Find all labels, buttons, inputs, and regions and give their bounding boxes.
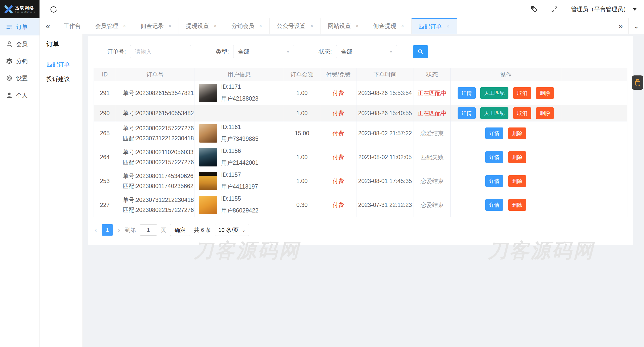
sidebar-item-settings[interactable]: 设置 (0, 70, 39, 87)
tab-workbench[interactable]: 工作台 (56, 18, 88, 34)
prev-page-icon[interactable]: ‹ (94, 227, 98, 234)
tag-icon[interactable] (531, 6, 538, 13)
cell-actions: 详情 人工匹配 取消 删除 (451, 105, 561, 121)
cell-amount: 1.00 (284, 169, 320, 193)
delete-button[interactable]: 删除 (536, 87, 554, 99)
filter-bar: 订单号: 类型: 全部 ▼ 状态: 全部 ▼ (88, 36, 633, 68)
detail-button[interactable]: 详情 (485, 175, 503, 187)
sidebar-item-distribution[interactable]: 分销 (0, 53, 39, 70)
order-no-input[interactable] (130, 45, 191, 58)
scroll-tabs-right-icon[interactable]: » (613, 18, 628, 34)
detail-button[interactable]: 详情 (458, 87, 476, 99)
tab-label: 网站设置 (328, 22, 351, 30)
sidebar-item-members[interactable]: 会员 (0, 35, 39, 53)
user-avatar (199, 124, 217, 143)
submenu-item-complaints[interactable]: 投诉建议 (40, 72, 83, 86)
col-actions: 操作 (451, 68, 561, 81)
cell-extra (561, 81, 627, 105)
sidebar-item-label: 设置 (16, 74, 28, 82)
detail-button[interactable]: 详情 (458, 107, 476, 119)
type-select-value: 全部 (238, 48, 249, 56)
per-page-value: 10 条/页 (218, 226, 239, 234)
cell-order-time: 2023-07-31 22:12:23 (356, 193, 414, 217)
search-button[interactable] (413, 45, 428, 58)
close-icon[interactable]: ✕ (401, 24, 404, 28)
cell-order-no: 单号:202308011745340626匹配:2023080117402356… (116, 169, 194, 193)
manual-match-button[interactable]: 人工匹配 (480, 107, 508, 119)
cell-actions: 详情 人工匹配 取消 删除 (451, 81, 561, 105)
sidebar-item-label: 会员 (16, 40, 28, 48)
floating-tool-button[interactable] (632, 75, 643, 90)
tab-label: 佣金提现 (373, 22, 396, 30)
cancel-button[interactable]: 取消 (513, 107, 531, 119)
tab-official-account-settings[interactable]: 公众号设置 ✕ (270, 18, 321, 34)
cell-id: 291 (94, 81, 116, 105)
detail-button[interactable]: 详情 (485, 151, 503, 163)
next-page-icon[interactable]: › (117, 227, 121, 234)
detail-button[interactable]: 详情 (485, 199, 503, 211)
close-icon[interactable]: ✕ (446, 24, 450, 29)
type-select[interactable]: 全部 ▼ (233, 45, 294, 58)
status-badge: 恋爱结束 (414, 121, 451, 145)
delete-button[interactable]: 删除 (508, 151, 526, 163)
cell-id: 265 (94, 121, 116, 145)
user-id: ID:1171 (221, 83, 258, 90)
type-label: 类型: (216, 48, 229, 56)
cell-paid-free: 付费 (320, 145, 356, 169)
sidebar-item-profile[interactable]: 个人 (0, 87, 39, 104)
delete-button[interactable]: 删除 (508, 175, 526, 187)
close-icon[interactable]: ✕ (214, 24, 217, 28)
close-icon[interactable]: ✕ (355, 24, 359, 28)
refresh-icon[interactable] (50, 6, 57, 13)
fullscreen-icon[interactable] (551, 6, 558, 13)
close-icon[interactable]: ✕ (168, 24, 171, 28)
cancel-button[interactable]: 取消 (513, 87, 531, 99)
collapse-tabs-icon[interactable]: « (40, 18, 56, 34)
close-icon[interactable]: ✕ (259, 24, 262, 28)
per-page-select[interactable]: 10 条/页 ⌄ (215, 224, 249, 236)
user-avatar (199, 196, 217, 214)
sidebar-item-label: 订单 (16, 23, 28, 31)
orders-table: ID 订单号 用户信息 订单金额 付费/免费 下单时间 状态 操作 291 (94, 68, 627, 217)
submenu-item-matching-orders[interactable]: 匹配订单 (40, 57, 83, 72)
tab-distribution-members[interactable]: 分销会员 ✕ (224, 18, 269, 34)
user-avatar (199, 148, 217, 166)
col-status: 状态 (414, 68, 451, 81)
goto-page-input[interactable] (140, 224, 157, 236)
delete-button[interactable]: 删除 (508, 199, 526, 211)
cell-paid-free: 付费 (320, 193, 356, 217)
tab-member-management[interactable]: 会员管理 ✕ (88, 18, 133, 34)
tab-label: 匹配订单 (419, 23, 442, 30)
confirm-page-button[interactable]: 确定 (170, 224, 190, 236)
cell-user-info: ID:1171 用户42188023 (194, 81, 284, 105)
cell-actions: 详情 删除 (451, 193, 561, 217)
tab-withdraw-settings[interactable]: 提现设置 ✕ (179, 18, 224, 34)
table-row: 290 单号:202308261540553482 1.00 付费 2023-0… (94, 105, 627, 121)
delete-button[interactable]: 删除 (536, 107, 554, 119)
col-order-time: 下单时间 (356, 68, 414, 81)
user-menu[interactable]: 管理员（平台管理员） (571, 5, 637, 13)
cell-paid-free: 付费 (320, 105, 356, 121)
layers-icon (6, 58, 13, 64)
detail-button[interactable]: 详情 (485, 127, 503, 139)
delete-button[interactable]: 删除 (508, 127, 526, 139)
status-select[interactable]: 全部 ▼ (336, 45, 397, 58)
tab-commission-records[interactable]: 佣金记录 ✕ (133, 18, 179, 34)
tab-bar: « 工作台 会员管理 ✕ 佣金记录 ✕ 提现设置 ✕ 分销会员 ✕ 公众号设置 … (40, 18, 644, 34)
cell-order-no: 单号:202307312212230418匹配:2023080221572272… (116, 193, 194, 217)
cell-order-no: 单号:202308022157227276匹配:2023073122122304… (116, 121, 194, 145)
close-icon[interactable]: ✕ (123, 24, 126, 28)
user-id: ID:1161 (221, 124, 258, 131)
user-name: 用户21442001 (221, 159, 258, 167)
tab-commission-withdraw[interactable]: 佣金提现 ✕ (366, 18, 411, 34)
primary-sidebar: 迅软网络 XunruanNetwork 订单 会员 分销 (0, 0, 40, 347)
manual-match-button[interactable]: 人工匹配 (480, 87, 508, 99)
close-icon[interactable]: ✕ (310, 24, 313, 28)
sidebar-item-orders[interactable]: 订单 (0, 18, 39, 35)
tab-label: 分销会员 (231, 22, 254, 30)
table-row: 227 单号:202307312212230418匹配:202308022157… (94, 193, 627, 217)
tab-matching-orders[interactable]: 匹配订单 ✕ (412, 18, 457, 34)
tab-website-settings[interactable]: 网站设置 ✕ (321, 18, 366, 34)
tab-actions-dropdown-icon[interactable]: ⌄ (628, 18, 644, 34)
current-page-button[interactable]: 1 (102, 224, 113, 236)
